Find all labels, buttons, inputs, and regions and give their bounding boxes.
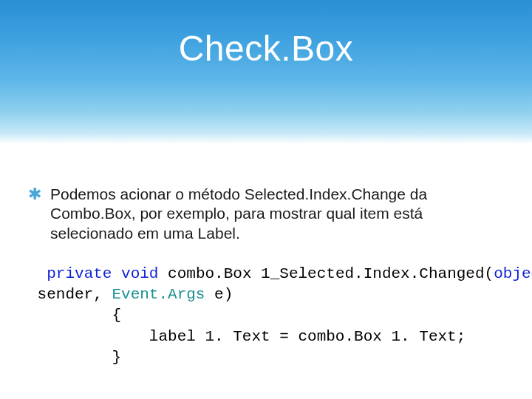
slide-content: ✱ Podemos acionar o método Selected.Inde… bbox=[0, 144, 532, 368]
after-eventargs: e) bbox=[205, 286, 233, 303]
code-block: private void combo.Box 1_Selected.Index.… bbox=[28, 264, 504, 369]
bullet-item: ✱ Podemos acionar o método Selected.Inde… bbox=[28, 185, 504, 243]
code-line-1: private void combo.Box 1_Selected.Index.… bbox=[28, 265, 532, 282]
keyword-object: object bbox=[494, 265, 532, 282]
slide-title: Check.Box bbox=[0, 28, 532, 69]
bullet-text: Podemos acionar o método Selected.Index.… bbox=[50, 185, 504, 243]
type-eventargs: Event.Args bbox=[112, 286, 205, 303]
method-name: combo.Box 1_Selected.Index.Changed( bbox=[158, 265, 494, 282]
keyword-void: void bbox=[121, 265, 158, 282]
code-line-5: } bbox=[28, 349, 121, 366]
code-line-4: label 1. Text = combo.Box 1. Text; bbox=[28, 328, 466, 345]
keyword-private: private bbox=[47, 265, 112, 282]
after-object: sender, bbox=[28, 286, 112, 303]
asterisk-icon: ✱ bbox=[28, 185, 41, 204]
code-line-2: sender, Event.Args e) bbox=[28, 286, 233, 303]
slide-header: Check.Box bbox=[0, 0, 532, 144]
code-line-3: { bbox=[28, 307, 121, 324]
